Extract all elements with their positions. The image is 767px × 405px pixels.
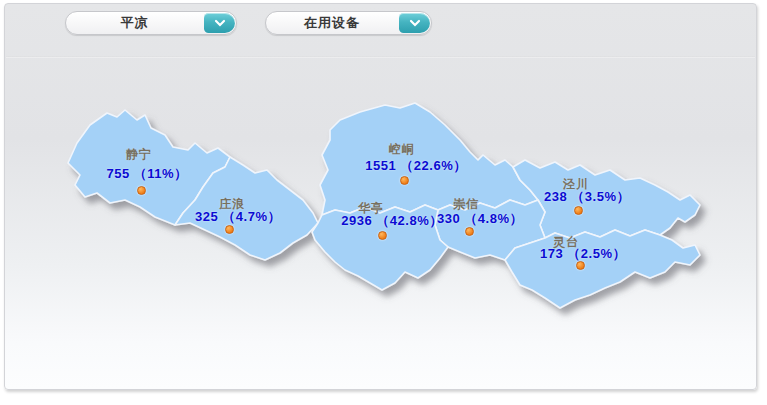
chevron-down-icon: [409, 19, 421, 27]
district-marker-dot: [137, 186, 146, 195]
header-divider: [6, 56, 755, 58]
district-value-label: 2936 （42.8%）: [341, 212, 442, 230]
district-name-label: 崆峒: [389, 141, 415, 158]
region-dropdown-value: 平凉: [66, 12, 203, 34]
chevron-down-icon: [214, 19, 226, 27]
district-marker-dot: [465, 227, 474, 236]
district-shape-lingtai[interactable]: [505, 230, 700, 308]
district-value-label: 330 （4.8%）: [437, 210, 523, 228]
district-value-label: 173 （2.5%）: [540, 245, 626, 263]
district-marker-dot: [225, 225, 234, 234]
district-value-label: 1551 （22.6%）: [365, 157, 466, 175]
district-value-label: 238 （3.5%）: [544, 188, 630, 206]
metric-dropdown-value: 在用设备: [266, 12, 398, 34]
district-value-label: 325 （4.7%）: [195, 208, 281, 226]
metric-dropdown-button[interactable]: [399, 13, 430, 33]
district-name-label: 静宁: [126, 146, 152, 163]
metric-dropdown[interactable]: 在用设备: [265, 11, 432, 35]
region-dropdown[interactable]: 平凉: [65, 11, 237, 35]
district-value-label: 755 （11%）: [106, 165, 187, 183]
district-marker-dot: [400, 176, 409, 185]
district-marker-dot: [378, 231, 387, 240]
dashboard-widget: 平凉 在用设备: [0, 0, 767, 405]
district-marker-dot: [574, 206, 583, 215]
district-marker-dot: [576, 261, 585, 270]
region-dropdown-button[interactable]: [204, 13, 235, 33]
